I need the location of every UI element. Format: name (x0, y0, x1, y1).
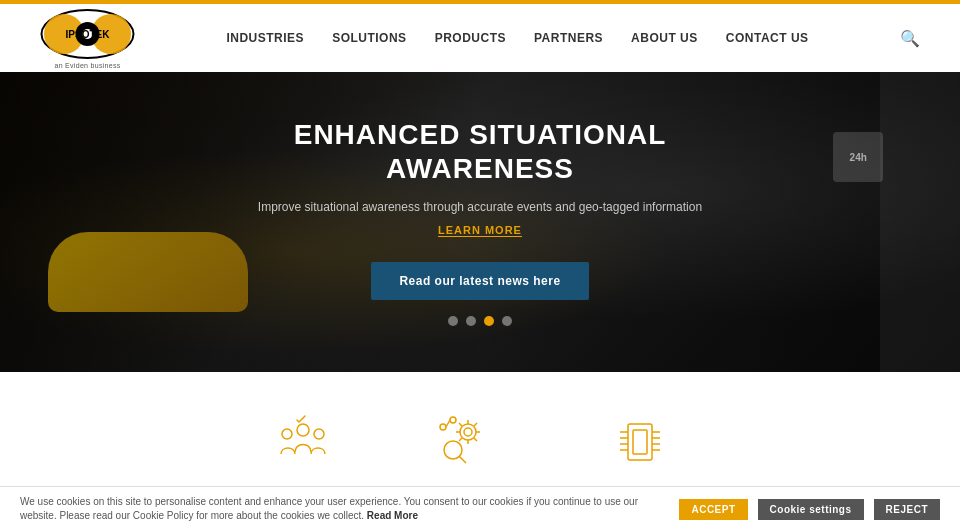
svg-line-18 (459, 438, 462, 441)
cookie-accept-button[interactable]: ACCEPT (679, 499, 747, 517)
nav-products[interactable]: PRODUCTS (435, 31, 506, 45)
hero-pagination-dots (258, 316, 702, 326)
nav-solutions[interactable]: SOLUTIONS (332, 31, 407, 45)
hero-cta-button[interactable]: Read our latest news here (371, 262, 588, 300)
svg-line-23 (446, 420, 450, 427)
cookie-settings-button[interactable]: Cookie settings (758, 499, 864, 517)
people-group-icon (273, 412, 333, 472)
nav-about-us[interactable]: ABOUT US (631, 31, 698, 45)
nav-partners[interactable]: PARTNERS (534, 31, 603, 45)
cookie-read-more-link[interactable]: Read More (367, 510, 418, 516)
feature-innovation: INNOVATION (424, 412, 501, 496)
nav-industries[interactable]: INDUSTRIES (226, 31, 304, 45)
hero-car-decoration (48, 232, 248, 312)
svg-line-16 (474, 438, 477, 441)
main-nav: INDUSTRIES SOLUTIONS PRODUCTS PARTNERS A… (226, 31, 808, 45)
cookie-text: We use cookies on this site to personali… (20, 495, 669, 516)
logo-subtitle: an Eviden business (54, 62, 120, 69)
hero-dot-1[interactable] (448, 316, 458, 326)
feature-proven: PROVEN AND (261, 412, 344, 496)
innovation-icon (433, 412, 493, 472)
hero-section: 24h ENHANCED SITUATIONALAWARENESS Improv… (0, 72, 960, 372)
nav-contact-us[interactable]: CONTACT US (726, 31, 809, 45)
logo-svg: IPSOTEK (40, 8, 135, 60)
hero-subtitle: Improve situational awareness through ac… (258, 200, 702, 214)
hero-title: ENHANCED SITUATIONALAWARENESS (258, 118, 702, 185)
hero-content: ENHANCED SITUATIONALAWARENESS Improve si… (258, 118, 702, 325)
expert-services-icon (610, 412, 670, 472)
svg-point-7 (282, 429, 292, 439)
svg-point-22 (450, 417, 456, 423)
hero-sign-decoration: 24h (833, 132, 883, 182)
svg-point-6 (297, 424, 309, 436)
svg-line-15 (459, 423, 462, 426)
svg-line-17 (474, 423, 477, 426)
hero-dot-3[interactable] (484, 316, 494, 326)
svg-point-8 (314, 429, 324, 439)
cookie-reject-button[interactable]: REJECT (874, 499, 940, 517)
search-button[interactable]: 🔍 (900, 29, 920, 48)
hero-dot-4[interactable] (502, 316, 512, 326)
hero-learn-more-link[interactable]: LEARN MORE (438, 224, 522, 237)
hero-right-decoration (880, 72, 960, 372)
svg-point-9 (460, 424, 476, 440)
svg-point-10 (464, 428, 472, 436)
cookie-banner: We use cookies on this site to personali… (0, 486, 960, 516)
logo[interactable]: IPSOTEK an Eviden business (40, 8, 135, 69)
svg-line-20 (459, 456, 466, 463)
svg-text:IPSOTEK: IPSOTEK (66, 29, 111, 40)
site-header: IPSOTEK an Eviden business INDUSTRIES SO… (0, 4, 960, 72)
svg-rect-25 (633, 430, 647, 454)
svg-point-21 (440, 424, 446, 430)
feature-expert: EXPERT SERVICES (581, 412, 699, 496)
search-icon: 🔍 (900, 30, 920, 47)
hero-dot-2[interactable] (466, 316, 476, 326)
